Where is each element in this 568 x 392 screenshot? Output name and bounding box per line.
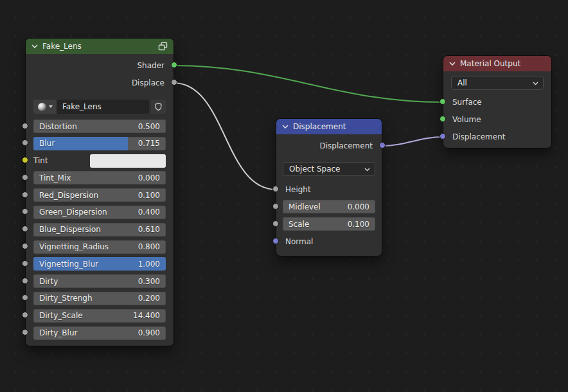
slider-vignetting-radius[interactable]: Vignetting_Radius 0.800 [33,240,166,254]
input-row-surface: Surface [443,95,551,109]
slider-dirty[interactable]: Dirty 0.300 [33,274,166,288]
space-dropdown[interactable]: Object Space [283,162,375,176]
slider-value: 0.715 [138,139,160,148]
slider-label: Dirty_Strengh [39,294,93,303]
material-preview-icon [38,103,46,111]
socket-input-dirty-scale[interactable] [22,312,28,318]
target-dropdown[interactable]: All [451,76,544,90]
socket-input-dirty[interactable] [22,278,28,284]
chevron-down-icon [533,82,538,85]
socket-input-vignetting-radius[interactable] [22,243,28,249]
slider-blue-dispersion[interactable]: Blue_Dispersion 0.610 [33,223,166,236]
slider-vignetting-blur[interactable]: Vignetting_Blur 1.000 [33,257,166,271]
collapse-chevron-icon[interactable] [449,62,456,66]
tint-label: Tint [33,156,48,165]
socket-input-surface[interactable] [439,98,446,105]
wire-displace-to-height[interactable] [173,83,276,190]
slider-label: Vignetting_Blur [39,260,98,269]
group-browse-button[interactable] [33,100,57,114]
socket-input-displacement[interactable] [439,133,446,139]
node-editor-canvas[interactable]: Fake_Lens Shader Displace Fake_Lens [0,0,568,392]
param-row-blue-dispersion: Blue_Dispersion 0.610 [26,223,173,236]
socket-input-dirty-strengh[interactable] [22,294,28,301]
input-label-surface: Surface [452,98,482,107]
socket-input-green-dispersion[interactable] [22,208,28,215]
param-row-scale: Scale 0.100 [276,217,382,231]
node-bottom-padding [276,249,382,256]
output-label-displace: Displace [132,78,164,87]
slider-label: Vignetting_Radius [39,242,109,251]
socket-input-tint[interactable] [22,157,28,163]
tint-color-swatch[interactable] [90,154,166,168]
slider-value: 0.900 [138,328,160,337]
collapse-chevron-icon[interactable] [31,44,38,48]
input-label-displacement: Displacement [452,132,506,141]
fake-lens-header[interactable]: Fake_Lens [26,39,173,54]
slider-label: Tint_Mix [39,174,71,183]
slider-dirty-blur[interactable]: Dirty_Blur 0.900 [33,326,166,340]
param-row-dirty: Dirty 0.300 [26,274,173,288]
wire-shader-to-surface[interactable] [173,66,443,102]
node-title: Fake_Lens [42,42,154,51]
slider-label: Dirty_Blur [39,328,77,337]
slider-value: 0.100 [138,191,160,200]
slider-midlevel[interactable]: Midlevel 0.000 [283,200,375,213]
socket-input-scale[interactable] [272,220,279,227]
dropdown-arrow-icon [49,105,53,108]
slider-dirty-strengh[interactable]: Dirty_Strengh 0.200 [33,292,166,305]
slider-label: Midlevel [288,202,321,211]
slider-dirty-scale[interactable]: Dirty_Scale 14.400 [33,309,166,323]
socket-input-tint-mix[interactable] [22,174,28,181]
socket-input-normal[interactable] [272,238,279,244]
slider-value: 0.200 [138,294,160,303]
slider-value: 0.300 [138,277,160,286]
slider-label: Dirty [39,277,58,286]
output-label-displacement: Displacement [320,141,373,150]
socket-output-displace[interactable] [171,79,177,85]
socket-output-shader[interactable] [171,62,177,68]
node-fake-lens[interactable]: Fake_Lens Shader Displace Fake_Lens [26,39,173,346]
material-output-header[interactable]: Material Output [443,56,551,71]
param-row-distortion: Distortion 0.500 [26,120,173,133]
socket-input-midlevel[interactable] [272,203,279,209]
param-row-vignetting-radius: Vignetting_Radius 0.800 [26,240,173,254]
output-label-shader: Shader [137,61,164,70]
node-material-output[interactable]: Material Output All Surface Volume Displ… [443,56,551,148]
input-row-height: Height [276,183,382,197]
socket-input-red-dispersion[interactable] [22,192,28,198]
socket-input-volume[interactable] [439,116,446,122]
collapse-chevron-icon[interactable] [282,125,288,129]
displacement-header[interactable]: Displacement [276,119,382,134]
slider-label: Dirty_Scale [39,311,83,320]
node-bottom-padding [443,144,551,148]
slider-green-dispersion[interactable]: Green_Dispersion 0.400 [33,206,166,219]
node-group-icon [158,42,168,51]
socket-input-dirty-blur[interactable] [22,329,28,335]
input-row-displacement: Displacement [443,130,551,144]
slider-value: 1.000 [138,260,160,269]
chevron-down-icon [364,168,370,172]
output-row-shader: Shader [26,58,173,73]
socket-input-blue-dispersion[interactable] [22,226,28,232]
slider-label: Distortion [39,122,77,131]
space-dropdown-value: Object Space [289,165,340,174]
slider-tint-mix[interactable]: Tint_Mix 0.000 [33,171,166,184]
slider-value: 0.400 [138,208,160,217]
socket-output-displacement[interactable] [379,142,386,148]
socket-input-height[interactable] [272,186,279,192]
slider-value: 0.000 [348,202,369,211]
socket-input-blur[interactable] [22,139,28,146]
slider-label: Green_Dispersion [39,208,107,217]
node-displacement[interactable]: Displacement Displacement Object Space H… [276,119,382,256]
fake-user-button[interactable] [151,100,166,114]
node-group-name-field[interactable]: Fake_Lens [57,100,149,114]
input-label-volume: Volume [452,115,481,124]
socket-input-distortion[interactable] [22,123,28,129]
wire-displacement-to-displacement[interactable] [382,137,443,146]
slider-distortion[interactable]: Distortion 0.500 [33,120,166,133]
slider-scale[interactable]: Scale 0.100 [283,217,375,231]
output-row-displace: Displace [26,75,173,91]
slider-blur[interactable]: Blur 0.715 [33,137,166,150]
socket-input-vignetting-blur[interactable] [22,260,28,267]
slider-red-dispersion[interactable]: Red_Dispersion 0.100 [33,188,166,202]
